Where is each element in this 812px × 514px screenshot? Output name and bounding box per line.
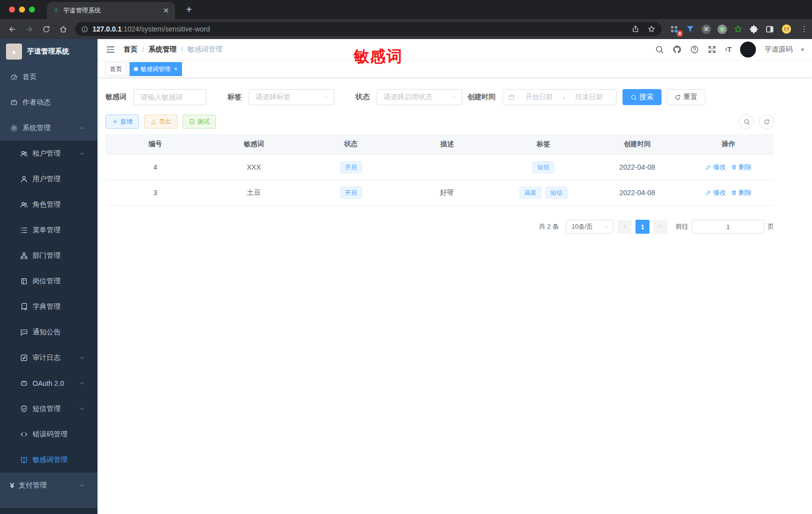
browser-tab[interactable]: 芋道管理系统 ✕: [47, 2, 175, 19]
app-logo-rabbit-icon: [6, 44, 22, 60]
sidebar-collapse-icon[interactable]: [106, 45, 116, 55]
extension-command-icon[interactable]: ⌘: [702, 25, 711, 34]
edit-button[interactable]: 修改: [706, 188, 726, 197]
side-panel-icon[interactable]: [765, 25, 774, 34]
address-bar[interactable]: 127.0.0.1:1024/system/sensitive-word: [75, 22, 662, 36]
browser-menu-icon[interactable]: ⋮: [800, 25, 808, 34]
test-button[interactable]: 测试: [182, 115, 216, 129]
chevron-up-icon: [79, 125, 85, 131]
font-size-icon[interactable]: тT: [725, 46, 732, 53]
window-minimize-button[interactable]: [19, 7, 25, 13]
cell-created: 2022-04-08: [592, 155, 683, 180]
profile-avatar-icon[interactable]: [781, 24, 792, 35]
sidebar-menu-item[interactable]: 短信管理: [0, 396, 98, 421]
extensions-puzzle-icon[interactable]: [749, 25, 758, 34]
sidebar-menu-item[interactable]: 错误码管理: [0, 421, 98, 447]
search-button[interactable]: 搜索: [622, 89, 662, 105]
new-tab-button[interactable]: +: [182, 3, 196, 17]
reset-button[interactable]: 重置: [666, 89, 706, 105]
sidebar-menu-item[interactable]: 租户管理: [0, 141, 98, 166]
tags-view-tab[interactable]: 敏感词管理×: [130, 62, 182, 76]
window-zoom-button[interactable]: [29, 7, 35, 13]
tab-close-icon[interactable]: ✕: [163, 7, 169, 15]
sidebar-menu-item[interactable]: OAuth 2.0: [0, 370, 98, 396]
prev-page-button[interactable]: [618, 220, 632, 234]
extension-funnel-icon[interactable]: [686, 25, 695, 34]
users-icon: [20, 150, 28, 158]
sidebar-logo-row[interactable]: 芋道管理系统: [0, 39, 98, 64]
site-info-icon[interactable]: [81, 26, 88, 33]
chevron-down-icon: [450, 94, 457, 101]
sidebar: 芋道管理系统 首页作者动态系统管理租户管理用户管理角色管理菜单管理部门管理岗位管…: [0, 39, 98, 514]
sidebar-menu-item[interactable]: 部门管理: [0, 243, 98, 268]
cell-actions: 修改删除: [683, 180, 774, 206]
sidebar-menu-label: 审计日志: [32, 353, 60, 362]
sidebar-menu-item[interactable]: 首页: [0, 64, 98, 90]
sidebar-menu-item[interactable]: 岗位管理: [0, 268, 98, 294]
breadcrumb-item[interactable]: 系统管理: [148, 45, 176, 54]
keyword-label: 敏感词: [106, 93, 126, 102]
pagination: 共 2 条 10条/页 1 前往 页: [106, 220, 774, 234]
reload-button[interactable]: [38, 21, 55, 38]
page-size-select[interactable]: 10条/页: [566, 220, 614, 234]
status-tag[interactable]: 开启: [340, 187, 362, 199]
table-column-header: 编号: [106, 134, 205, 155]
cell-tags: 蔬菜短信: [495, 180, 592, 206]
user-caret-down-icon[interactable]: ▾: [801, 46, 804, 53]
back-button[interactable]: [4, 21, 21, 38]
delete-button[interactable]: 删除: [731, 188, 752, 197]
fullscreen-icon[interactable]: [708, 45, 716, 54]
toggle-search-button[interactable]: [739, 114, 754, 129]
forward-button[interactable]: [21, 21, 38, 38]
edit-button[interactable]: 修改: [706, 163, 726, 172]
header-search-icon[interactable]: [655, 45, 664, 54]
extension-grid-icon[interactable]: 9: [670, 25, 679, 34]
status-tag[interactable]: 开启: [340, 161, 362, 173]
tag-select[interactable]: 请选择标签: [248, 89, 334, 105]
sidebar-menu-item[interactable]: 角色管理: [0, 192, 98, 217]
current-page-button[interactable]: 1: [636, 220, 650, 234]
add-button[interactable]: 新增: [106, 115, 139, 129]
keyword-input[interactable]: [134, 89, 206, 105]
user-avatar[interactable]: [740, 42, 756, 58]
delete-button[interactable]: 删除: [731, 163, 752, 172]
table-column-header: 敏感词: [205, 134, 302, 155]
sidebar-menu-item[interactable]: 作者动态: [0, 90, 98, 115]
help-icon[interactable]: [690, 45, 699, 54]
cell-created: 2022-04-08: [592, 180, 683, 206]
sidebar-menu-label: 错误码管理: [32, 430, 68, 439]
tags-view-tab[interactable]: 首页: [106, 62, 126, 76]
chevron-down-icon: [79, 482, 85, 488]
sidebar-menu-item[interactable]: 菜单管理: [0, 217, 98, 243]
cell-word: XXX: [205, 155, 302, 180]
extension-star-icon[interactable]: [734, 25, 742, 34]
table-row: 3土豆开启好呀蔬菜短信2022-04-08修改删除: [106, 180, 774, 206]
window-close-button[interactable]: [9, 7, 15, 13]
sidebar-menu-item[interactable]: 敏感词管理: [0, 447, 98, 472]
extension-record-icon[interactable]: [718, 25, 727, 34]
sidebar-menu-item[interactable]: 通知公告: [0, 319, 98, 345]
tab-close-icon[interactable]: ×: [174, 66, 178, 73]
refresh-table-button[interactable]: [759, 114, 774, 129]
sidebar-menu-item[interactable]: 用户管理: [0, 166, 98, 192]
sidebar-menu-item[interactable]: ¥支付管理: [0, 472, 98, 498]
sidebar-menu-label: 首页: [22, 73, 36, 82]
open-book-icon: [20, 456, 28, 464]
sidebar-menu-item[interactable]: 审计日志: [0, 345, 98, 370]
share-icon[interactable]: [632, 25, 640, 33]
chevron-down-icon: [79, 406, 85, 412]
chevron-down-icon: [79, 355, 85, 361]
next-page-button[interactable]: [654, 220, 668, 234]
status-select[interactable]: 请选择启用状态: [376, 89, 462, 105]
download-icon: [150, 119, 156, 125]
sidebar-menu-item[interactable]: 字典管理: [0, 294, 98, 319]
bookmark-star-icon[interactable]: [648, 25, 656, 33]
sidebar-menu-item[interactable]: 系统管理: [0, 115, 98, 141]
date-range-picker[interactable]: 开始日期 - 结束日期: [502, 89, 616, 105]
github-icon[interactable]: [672, 45, 682, 54]
breadcrumb-item[interactable]: 首页: [124, 45, 138, 54]
export-button[interactable]: 导出: [144, 115, 178, 129]
home-button[interactable]: [55, 21, 72, 38]
goto-page-input[interactable]: [692, 220, 764, 234]
user-icon: [20, 175, 28, 183]
